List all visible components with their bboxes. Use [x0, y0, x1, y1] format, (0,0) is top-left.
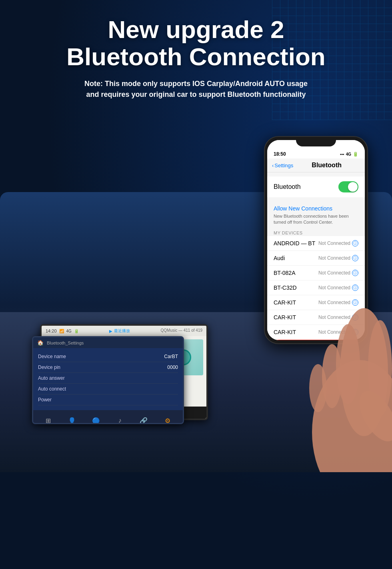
nav-music-icon[interactable]: ♪ [113, 413, 127, 424]
car-unit-auto-answer-row: Auto answer [38, 373, 178, 384]
phone-notch [296, 137, 336, 146]
car-screen-time: 14:20 [46, 329, 57, 333]
car-unit-content: Device name CarBT Device pin 0000 Auto a… [33, 348, 183, 409]
bluetooth-label: Bluetooth [274, 183, 301, 190]
phone-time: 18:50 [274, 151, 286, 157]
back-chevron-icon: ‹ [272, 162, 274, 168]
car-unit-screen: 🏠 Bluetooth_Settings Device name CarBT D… [32, 336, 184, 424]
car-unit-power-row: Power [38, 395, 178, 405]
wifi-icon: ▪▪▪ [340, 152, 344, 156]
visual-section: 14:20 📶 4G 🔋 ▶ 最近播放 QQMusic — 411 of 419 [0, 112, 392, 472]
phone-signal-area: ▪▪▪ 4G 🔋 [340, 151, 358, 157]
car-unit-auto-connect-row: Auto connect [38, 384, 178, 395]
car-unit-device-pin-row: Device pin 0000 [38, 362, 178, 373]
phone-nav-title: Bluetooth [293, 162, 360, 169]
car-screen-status-bar: 14:20 📶 4G 🔋 ▶ 最近播放 QQMusic — 411 of 419 [42, 326, 206, 336]
hand-illustration [240, 192, 392, 472]
main-title: New upgrade 2 Bluetooth Connection [24, 16, 368, 70]
device-pin-value: 0000 [167, 365, 178, 370]
recent-play-label: 最近播放 [114, 328, 130, 334]
title-line2: Bluetooth Connection [66, 43, 325, 70]
svg-point-5 [309, 364, 327, 412]
signal-label: 4G [66, 329, 72, 333]
auto-answer-label: Auto answer [38, 375, 65, 381]
phone-nav-bar: ‹ Settings Bluetooth [267, 158, 365, 172]
car-unit-nav-bar: ⊞ 👤 🔵 ♪ 🔗 ⚙ [33, 410, 183, 424]
battery-icon: 🔋 [74, 329, 79, 333]
bluetooth-toggle[interactable] [338, 181, 358, 192]
nav-person-icon[interactable]: 👤 [65, 413, 79, 424]
car-unit-path: Bluetooth_Settings [47, 341, 84, 345]
power-label: Power [38, 397, 52, 403]
device-name-label: Device name [38, 354, 66, 359]
nav-bluetooth-icon[interactable]: 🔵 [89, 413, 103, 424]
car-unit-header: 🏠 Bluetooth_Settings [33, 337, 183, 348]
home-icon: 🏠 [37, 340, 44, 346]
auto-connect-label: Auto connect [38, 386, 66, 392]
car-unit-device-name-row: Device name CarBT [38, 351, 178, 362]
nav-link-icon[interactable]: 🔗 [136, 413, 151, 424]
back-label: Settings [274, 162, 293, 168]
device-name-value: CarBT [164, 354, 178, 359]
phone-battery-icon: 🔋 [353, 152, 358, 157]
subtitle-note: Note: This mode only supports IOS Carpla… [24, 78, 368, 100]
toggle-knob [348, 182, 358, 192]
signal-icon: 📶 [59, 329, 64, 333]
header-section: New upgrade 2 Bluetooth Connection Note:… [0, 0, 392, 108]
music-service-info: QQMusic — 411 of 419 [161, 328, 203, 334]
device-pin-label: Device pin [38, 365, 60, 370]
nav-settings-icon[interactable]: ⚙ [160, 413, 175, 424]
phone-signal-label: 4G [346, 152, 351, 156]
phone-back-button[interactable]: ‹ Settings [272, 162, 293, 168]
nav-grid-icon[interactable]: ⊞ [41, 413, 56, 424]
title-line1: New upgrade 2 [108, 16, 284, 43]
